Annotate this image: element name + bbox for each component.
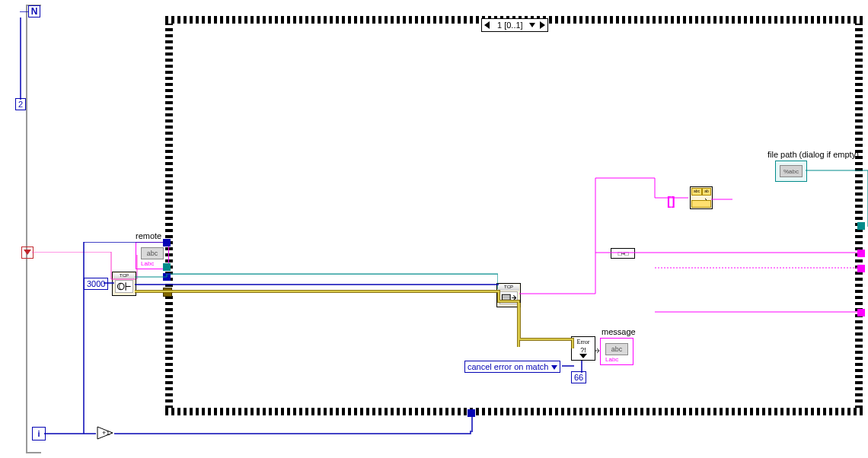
tcp-read-subvi[interactable]: TCP [496,283,521,307]
port-constant[interactable]: 3000 [84,278,108,290]
error-filter-dropdown-icon[interactable] [579,354,587,358]
file-path-indicator[interactable]: %abc [775,161,807,182]
case-selector-input[interactable] [163,273,171,281]
match-pattern-node[interactable]: abcab [690,186,713,209]
case-structure[interactable] [165,16,863,415]
error-filter-text: Error [573,339,593,345]
svg-point-0 [117,283,124,290]
tcp-read-banner: TCP [498,285,519,291]
tcp-listen-glyph [115,280,133,293]
svg-text:+1: +1 [102,429,110,437]
for-loop-bottom-border [26,452,41,453]
case-selector-dropdown-icon[interactable] [528,20,537,30]
iteration-terminal[interactable]: i [32,427,46,441]
error-filter-qex: ?! [573,346,593,354]
file-path-label: file path (dialog if empty) [767,150,859,159]
ring-dropdown-icon[interactable] [551,362,557,371]
error-code-constant[interactable]: 66 [571,371,586,383]
case-tunnel-blue-1[interactable] [163,239,171,246]
message-indicator[interactable]: abc Labc [600,338,633,365]
message-label: message [602,327,636,336]
ring-label: cancel error on match [468,362,548,371]
shift-register-left[interactable] [21,246,34,259]
string-concat-node[interactable]: □·+□ [611,248,635,259]
tcp-read-glyph [499,291,518,304]
case-tunnel-pink-r2[interactable] [857,265,865,272]
case-diagram-area [173,24,855,408]
loop-count-terminal[interactable]: N [28,5,40,17]
case-tunnel-error-1[interactable] [163,288,172,297]
pink-bracket: [] [667,195,675,208]
case-next-icon[interactable] [537,20,547,30]
case-tunnel-bottom[interactable] [468,409,475,417]
case-tunnel-teal-r1[interactable] [857,222,865,230]
tcp-listen-subvi[interactable]: TCP [112,272,136,296]
case-prev-icon[interactable] [482,20,493,30]
concat-glyph: □·+□ [618,250,628,257]
loop-count-constant[interactable]: 2 [15,98,26,110]
case-tunnel-pink-r1[interactable] [857,250,865,257]
n-letter: N [31,6,38,17]
case-tunnel-pink-r3[interactable] [857,309,865,316]
case-tunnel-teal-1[interactable] [163,263,171,271]
increment-node[interactable]: +1 [97,426,113,440]
case-selector-text: 1 [0..1] [493,21,528,30]
for-loop-left-border [26,5,27,453]
case-selector[interactable]: 1 [0..1] [481,18,548,32]
error-filter-node[interactable]: Error ?! [571,336,595,361]
error-action-ring[interactable]: cancel error on match [464,361,560,373]
remote-label: remote [136,231,161,240]
tcp-listen-banner: TCP [113,273,135,279]
